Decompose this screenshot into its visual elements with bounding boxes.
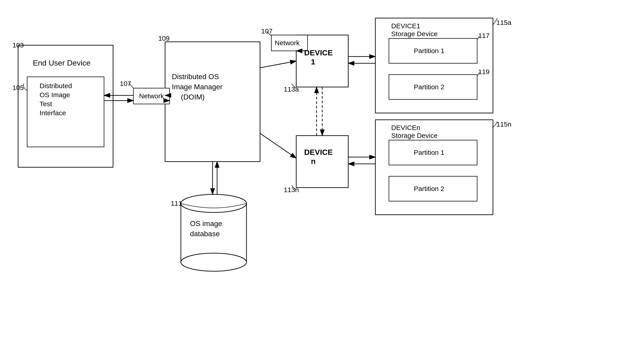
ref-119: 119	[478, 68, 490, 75]
ref-115n: 115n	[496, 120, 512, 128]
doim-interface-line3: Test	[40, 100, 52, 108]
doim-interface-line1: Distributed	[40, 82, 72, 89]
doim-interface-line4: Interface	[40, 109, 66, 117]
partition2-dn-label: Partition 2	[414, 185, 444, 192]
diagram-container: 103 105 107 109 111 107 113a 113n 115a 1…	[0, 0, 644, 344]
device1-storage-label-line2: Storage Device	[391, 30, 438, 37]
end-user-device-label: End User Device	[33, 58, 90, 67]
partition1-dn-label: Partition 1	[414, 149, 444, 156]
ref-113a: 113a	[284, 85, 299, 93]
ref-115a: 115a	[496, 19, 512, 26]
arrow-doim-to-devicen	[260, 133, 296, 158]
db-label-line1: OS image	[190, 219, 222, 228]
doim-manager-box	[165, 42, 260, 162]
devicen-label-line2: n	[311, 157, 316, 165]
ref-113n: 113n	[284, 186, 299, 193]
ref-103: 103	[12, 41, 24, 49]
doim-manager-line3: (DOIM)	[181, 93, 205, 101]
devicen-box	[296, 136, 348, 188]
devicen-label-line1: DEVICE	[304, 148, 333, 156]
partition2-d1-label: Partition 2	[414, 83, 444, 91]
doim-manager-line1: Distributed OS	[172, 72, 219, 81]
device1-storage-label-line1: DEVICE1	[391, 22, 420, 30]
devicen-storage-label-line2: Storage Device	[391, 132, 438, 139]
network-left-label: Network	[139, 92, 164, 100]
device1-label-line1: DEVICE	[304, 48, 333, 57]
partition1-d1-label: Partition 1	[414, 47, 444, 54]
ref-117: 117	[478, 32, 490, 39]
db-label-line2: database	[190, 230, 220, 238]
ref-109: 109	[158, 34, 170, 42]
ref-107-top: 107	[261, 27, 272, 35]
db-cylinder-top	[181, 194, 246, 212]
ref105-line	[24, 84, 27, 90]
device1-label-line2: 1	[311, 57, 315, 66]
network-top-label: Network	[275, 39, 300, 46]
ref-111: 111	[171, 200, 182, 207]
db-cylinder-bottom	[181, 253, 246, 271]
doim-manager-line2: Image Manager	[172, 83, 222, 91]
ref-105: 105	[12, 84, 24, 91]
arrow-doim-to-device1	[260, 61, 296, 68]
doim-interface-line2: OS Image	[40, 91, 70, 98]
devicen-storage-label-line1: DEVICEn	[391, 124, 420, 131]
diagram-svg: 103 105 107 109 111 107 113a 113n 115a 1…	[0, 0, 644, 344]
